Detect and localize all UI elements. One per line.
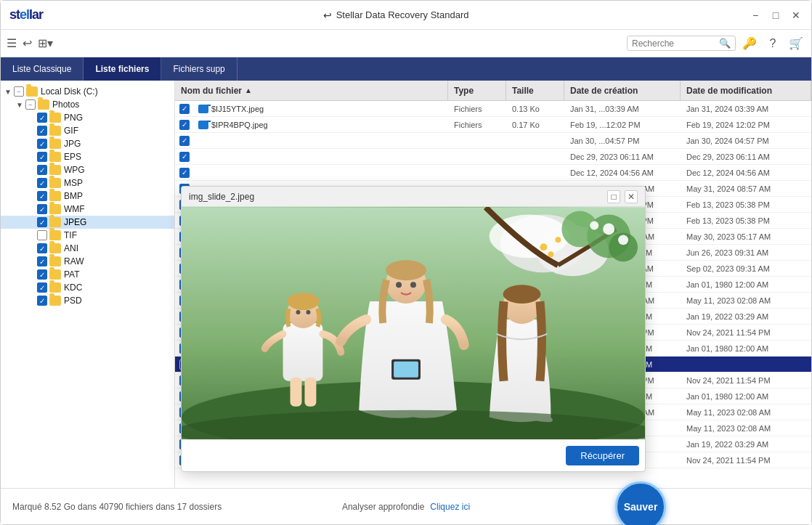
cart-icon[interactable]: 🛒 bbox=[787, 34, 805, 53]
checkbox-gif[interactable]: ✓ bbox=[37, 126, 47, 136]
table-row[interactable]: ✓ Dec 29, 2023 06:11 AM Dec 29, 2023 06:… bbox=[175, 149, 811, 165]
table-row[interactable]: ✓ $IJ15YTX.jpeg Fichiers 0.13 Ko Jan 31,… bbox=[175, 101, 811, 117]
tab-liste-classique[interactable]: Liste Classique bbox=[1, 57, 84, 81]
checkbox-wpg[interactable]: ✓ bbox=[37, 165, 47, 175]
svg-point-5 bbox=[555, 237, 561, 243]
file-size-cell: 0.13 Ko bbox=[506, 105, 564, 113]
row-checkbox[interactable]: ✓ bbox=[179, 104, 190, 114]
col-header-name[interactable]: Nom du fichier ▲ bbox=[175, 81, 448, 100]
sidebar-item-png[interactable]: ✓ PNG bbox=[1, 111, 174, 124]
row-checkbox[interactable]: ✓ bbox=[179, 168, 190, 178]
col-header-created[interactable]: Date de création bbox=[564, 81, 681, 100]
key-icon[interactable]: 🔑 bbox=[740, 34, 759, 53]
sidebar-item-bmp[interactable]: ✓ BMP bbox=[1, 190, 174, 203]
sidebar-item-eps[interactable]: ✓ EPS bbox=[1, 150, 174, 163]
folder-icon-msp bbox=[49, 178, 61, 188]
svg-point-17 bbox=[296, 310, 301, 314]
checkbox-png[interactable]: ✓ bbox=[37, 113, 47, 123]
checkbox-local-disk[interactable]: − bbox=[14, 86, 24, 97]
sidebar-item-pat[interactable]: ✓ PAT bbox=[1, 268, 174, 281]
back-button[interactable]: ↩ bbox=[23, 36, 32, 50]
deep-scan-link[interactable]: Cliquez ici bbox=[430, 502, 470, 512]
sidebar: ▼ − Local Disk (C:) ▼ − Photos ✓ PNG bbox=[1, 81, 175, 488]
expand-arrow-photos: ▼ bbox=[15, 101, 24, 109]
folder-icon-jpeg bbox=[49, 217, 61, 227]
checkbox-msp[interactable]: ✓ bbox=[37, 178, 47, 188]
folder-icon-psd bbox=[49, 296, 61, 306]
checkbox-kdc[interactable]: ✓ bbox=[37, 282, 47, 293]
recover-button[interactable]: Récupérer bbox=[566, 446, 639, 465]
sidebar-item-psd[interactable]: ✓ PSD bbox=[1, 294, 174, 307]
sidebar-item-raw[interactable]: ✓ RAW bbox=[1, 255, 174, 268]
folder-icon-eps bbox=[49, 152, 61, 162]
sidebar-label-tif: TIF bbox=[64, 230, 77, 240]
checkbox-tif[interactable] bbox=[37, 230, 47, 240]
bottom-bar: Marqué 8.52 Go dans 40790 fichiers dans … bbox=[1, 488, 811, 524]
sidebar-label-raw: RAW bbox=[64, 256, 84, 266]
checkbox-bmp[interactable]: ✓ bbox=[37, 191, 47, 201]
sidebar-item-photos[interactable]: ▼ − Photos bbox=[1, 98, 174, 111]
file-created-cell: Feb 19, ...12:02 PM bbox=[564, 121, 681, 129]
svg-point-18 bbox=[306, 310, 310, 314]
checkbox-jpeg[interactable]: ✓ bbox=[37, 217, 47, 227]
checkbox-eps[interactable]: ✓ bbox=[37, 152, 47, 162]
titlebar-title: ↩ Stellar Data Recovery Standard bbox=[323, 9, 469, 21]
toolbar-right: 🔍 🔑 ? 🛒 bbox=[627, 34, 805, 53]
main-window: stellar ↩ Stellar Data Recovery Standard… bbox=[0, 0, 812, 525]
checkbox-ani[interactable]: ✓ bbox=[37, 243, 47, 253]
sidebar-item-tif[interactable]: TIF bbox=[1, 229, 174, 242]
col-header-modified[interactable]: Date de modification bbox=[681, 81, 811, 100]
sidebar-item-jpg[interactable]: ✓ JPG bbox=[1, 137, 174, 150]
folder-icon-raw bbox=[49, 256, 61, 266]
row-checkbox[interactable]: ✓ bbox=[179, 120, 190, 130]
svg-rect-20 bbox=[304, 378, 316, 407]
col-header-type[interactable]: Type bbox=[448, 81, 506, 100]
sidebar-item-gif[interactable]: ✓ GIF bbox=[1, 124, 174, 137]
maximize-button[interactable]: □ bbox=[769, 9, 782, 22]
grid-view-icon[interactable]: ⊞▾ bbox=[38, 36, 53, 50]
checkbox-pat[interactable]: ✓ bbox=[37, 269, 47, 280]
checkbox-raw[interactable]: ✓ bbox=[37, 256, 47, 266]
sidebar-item-msp[interactable]: ✓ MSP bbox=[1, 176, 174, 190]
sidebar-item-wpg[interactable]: ✓ WPG bbox=[1, 163, 174, 176]
modal-title: img_slide_2.jpeg bbox=[189, 192, 254, 202]
save-button-wrap: Sauver bbox=[615, 481, 666, 526]
sidebar-item-local-disk[interactable]: ▼ − Local Disk (C:) bbox=[1, 85, 174, 98]
col-header-size[interactable]: Taille bbox=[506, 81, 564, 100]
search-input[interactable] bbox=[632, 38, 719, 49]
sidebar-label-local-disk: Local Disk (C:) bbox=[41, 86, 98, 97]
table-row[interactable]: ✓ Jan 30, ...04:57 PM Jan 30, 2024 04:57… bbox=[175, 133, 811, 149]
sidebar-item-jpeg[interactable]: ✓ JPEG bbox=[1, 216, 174, 229]
svg-point-11 bbox=[590, 221, 598, 229]
checkbox-wmf[interactable]: ✓ bbox=[37, 204, 47, 214]
svg-point-22 bbox=[386, 260, 426, 280]
minimize-button[interactable]: − bbox=[749, 9, 762, 22]
table-row[interactable]: ✓ Dec 12, 2024 04:56 AM Dec 12, 2024 04:… bbox=[175, 165, 811, 181]
checkbox-jpg[interactable]: ✓ bbox=[37, 139, 47, 149]
help-icon[interactable]: ? bbox=[763, 34, 782, 53]
search-icon: 🔍 bbox=[719, 38, 731, 49]
row-checkbox[interactable]: ✓ bbox=[179, 136, 190, 146]
checkbox-photos[interactable]: − bbox=[25, 99, 36, 110]
sidebar-item-ani[interactable]: ✓ ANI bbox=[1, 242, 174, 255]
sidebar-label-ani: ANI bbox=[64, 243, 78, 253]
close-button[interactable]: ✕ bbox=[789, 9, 803, 22]
checkbox-psd[interactable]: ✓ bbox=[37, 296, 47, 306]
titlebar-left: stellar bbox=[9, 7, 43, 23]
sidebar-label-photos: Photos bbox=[52, 99, 79, 110]
svg-rect-19 bbox=[291, 378, 302, 407]
expand-arrow-png bbox=[27, 114, 36, 122]
save-button[interactable]: Sauver bbox=[615, 481, 666, 526]
tab-fichiers-supp[interactable]: Fichiers supp bbox=[161, 57, 237, 81]
file-size-cell: 0.17 Ko bbox=[506, 121, 564, 129]
folder-icon-jpg bbox=[49, 139, 61, 149]
modal-restore-button[interactable]: □ bbox=[607, 190, 620, 203]
table-row[interactable]: ✓ $IPR4BPQ.jpeg Fichiers 0.17 Ko Feb 19,… bbox=[175, 117, 811, 133]
sidebar-item-kdc[interactable]: ✓ KDC bbox=[1, 281, 174, 294]
sidebar-item-wmf[interactable]: ✓ WMF bbox=[1, 203, 174, 216]
modal-close-button[interactable]: ✕ bbox=[625, 190, 638, 203]
modal-recover-area: Récupérer bbox=[182, 439, 645, 471]
menu-icon[interactable]: ☰ bbox=[7, 36, 17, 50]
row-checkbox[interactable]: ✓ bbox=[179, 152, 190, 162]
tab-liste-fichiers[interactable]: Liste fichiers bbox=[84, 57, 161, 81]
